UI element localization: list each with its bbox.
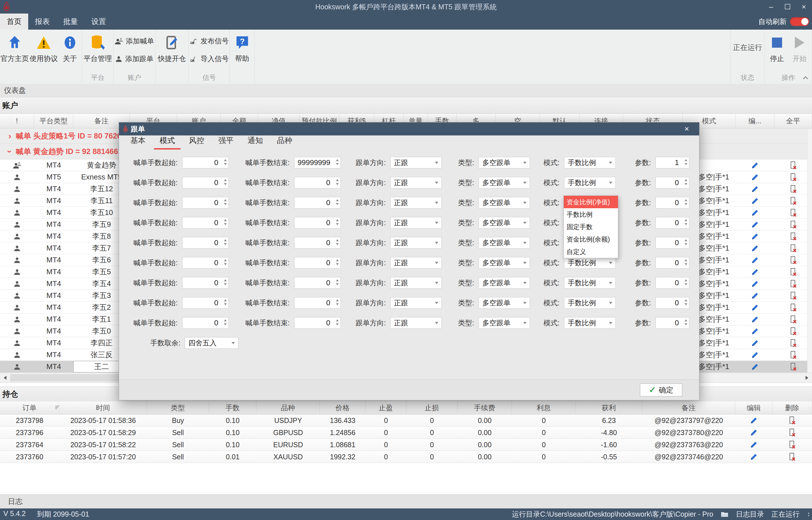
delete-button[interactable]	[773, 426, 812, 439]
column-header[interactable]: 止损	[406, 401, 458, 414]
column-header[interactable]: 类型	[147, 401, 209, 414]
column-header[interactable]: 订单	[0, 401, 59, 414]
spinner-arrows-icon[interactable]	[224, 300, 227, 305]
column-header[interactable]: 利息	[512, 401, 576, 414]
spinner-arrows-icon[interactable]	[336, 179, 339, 185]
maximize-button[interactable]: ☐	[779, 0, 796, 14]
sort-icon[interactable]	[55, 406, 59, 409]
close-button[interactable]: ×	[796, 0, 812, 14]
spinner-arrows-icon[interactable]	[684, 199, 687, 205]
type-select[interactable]: 多空跟单	[479, 157, 530, 168]
direction-select[interactable]: 正跟	[390, 237, 442, 249]
param-input[interactable]: 0	[655, 257, 689, 268]
delete-button[interactable]	[775, 171, 812, 183]
direction-select[interactable]: 正跟	[390, 317, 442, 329]
spinner-arrows-icon[interactable]	[684, 159, 687, 165]
param-input[interactable]: 0	[655, 297, 689, 309]
minimize-button[interactable]: –	[763, 0, 779, 14]
dropdown-option[interactable]: 自定义	[564, 245, 618, 258]
delete-button[interactable]	[773, 451, 812, 463]
dialog-close-button[interactable]: ×	[679, 123, 695, 135]
type-select[interactable]: 多空跟单	[479, 237, 530, 249]
edit-button[interactable]	[735, 426, 773, 439]
edit-button[interactable]	[736, 254, 775, 266]
direction-select[interactable]: 正跟	[390, 257, 442, 268]
spinner-arrows-icon[interactable]	[336, 199, 339, 205]
edit-button[interactable]	[735, 451, 773, 463]
spinner-arrows-icon[interactable]	[684, 179, 687, 185]
param-input[interactable]: 0	[655, 237, 689, 249]
dropdown-option[interactable]: 资金比例(净值)	[564, 196, 618, 208]
lots-end-input[interactable]: 0	[294, 257, 341, 268]
mode-select[interactable]: 手数比例	[564, 317, 616, 329]
param-input[interactable]: 0	[655, 277, 689, 289]
lots-start-input[interactable]: 0	[182, 297, 229, 309]
menu-tab[interactable]: 首页	[0, 14, 28, 30]
type-select[interactable]: 多空跟单	[479, 177, 530, 188]
spinner-arrows-icon[interactable]	[336, 259, 339, 265]
lot-rounding-select[interactable]: 四舍五入	[185, 337, 238, 349]
edit-button[interactable]	[736, 159, 775, 171]
spinner-arrows-icon[interactable]	[224, 219, 227, 225]
column-header[interactable]: 手数	[209, 401, 256, 414]
add-master-button[interactable]: 添加喊单	[115, 36, 154, 46]
expand-arrow-icon[interactable]: ›	[6, 150, 14, 153]
type-select[interactable]: 多空跟单	[479, 277, 530, 289]
table-row[interactable]: 2373796 2023-05-17 01:58:29 Sell 0.10 GB…	[0, 426, 812, 439]
lots-start-input[interactable]: 0	[182, 317, 229, 329]
direction-select[interactable]: 正跟	[390, 157, 442, 168]
lots-start-input[interactable]: 0	[182, 177, 229, 188]
direction-select[interactable]: 正跟	[390, 197, 442, 209]
spinner-arrows-icon[interactable]	[336, 219, 339, 225]
spinner-arrows-icon[interactable]	[684, 219, 687, 225]
dialog-tab[interactable]: 风控	[183, 135, 210, 150]
scroll-left-arrow[interactable]	[0, 373, 10, 383]
edit-button[interactable]	[736, 219, 775, 230]
spinner-arrows-icon[interactable]	[336, 239, 339, 245]
column-header[interactable]: 备注	[642, 401, 735, 414]
param-input[interactable]: 0	[655, 217, 689, 229]
edit-button[interactable]	[736, 325, 775, 337]
type-select[interactable]: 多空跟单	[479, 217, 530, 229]
edit-button[interactable]	[736, 349, 775, 361]
menu-tab[interactable]: 批量	[56, 14, 85, 30]
edit-button[interactable]	[736, 278, 775, 289]
confirm-button[interactable]: ✓ 确定	[640, 384, 682, 396]
spinner-arrows-icon[interactable]	[336, 279, 339, 285]
lots-start-input[interactable]: 0	[182, 277, 229, 289]
delete-button[interactable]	[773, 439, 812, 450]
table-row[interactable]: 2373760 2023-05-17 01:57:20 Sell 0.01 XA…	[0, 451, 812, 463]
lots-end-input[interactable]: 0	[294, 217, 341, 229]
edit-button[interactable]	[736, 361, 775, 372]
edit-button[interactable]	[735, 414, 773, 426]
delete-button[interactable]	[775, 195, 812, 207]
delete-button[interactable]	[775, 325, 812, 337]
dialog-tab[interactable]: 模式	[154, 135, 181, 150]
spinner-arrows-icon[interactable]	[224, 279, 227, 285]
accounts-vertical-scrollbar[interactable]	[807, 129, 812, 373]
menu-tab[interactable]: 报表	[28, 14, 56, 30]
delete-button[interactable]	[775, 242, 812, 254]
direction-select[interactable]: 正跟	[390, 177, 442, 188]
column-header[interactable]: 平台类型	[34, 114, 73, 128]
spinner-arrows-icon[interactable]	[684, 300, 687, 305]
delete-button[interactable]	[775, 337, 812, 349]
spinner-arrows-icon[interactable]	[336, 300, 339, 305]
import-signal-button[interactable]: 导入信号	[190, 54, 229, 63]
quick-open-button[interactable]: 快捷开仓	[156, 30, 188, 84]
lots-start-input[interactable]: 0	[182, 157, 229, 168]
add-follower-button[interactable]: 添加跟单	[115, 54, 154, 63]
column-header[interactable]: 删除	[773, 401, 812, 414]
publish-signal-button[interactable]: 发布信号	[190, 36, 229, 46]
spinner-arrows-icon[interactable]	[224, 179, 227, 185]
dropdown-option[interactable]: 固定手数	[564, 220, 618, 233]
mode-select[interactable]: 手数比例	[564, 277, 616, 289]
lots-end-input[interactable]: 0	[294, 277, 341, 289]
lots-start-input[interactable]: 0	[182, 237, 229, 249]
lots-end-input[interactable]: 0	[294, 317, 341, 329]
log-directory-link[interactable]: 日志目录	[736, 510, 764, 519]
column-header[interactable]: 时间	[59, 401, 147, 414]
edit-button[interactable]	[736, 231, 775, 242]
mode-select[interactable]: 手数比例	[564, 177, 616, 188]
edit-button[interactable]	[735, 439, 773, 450]
